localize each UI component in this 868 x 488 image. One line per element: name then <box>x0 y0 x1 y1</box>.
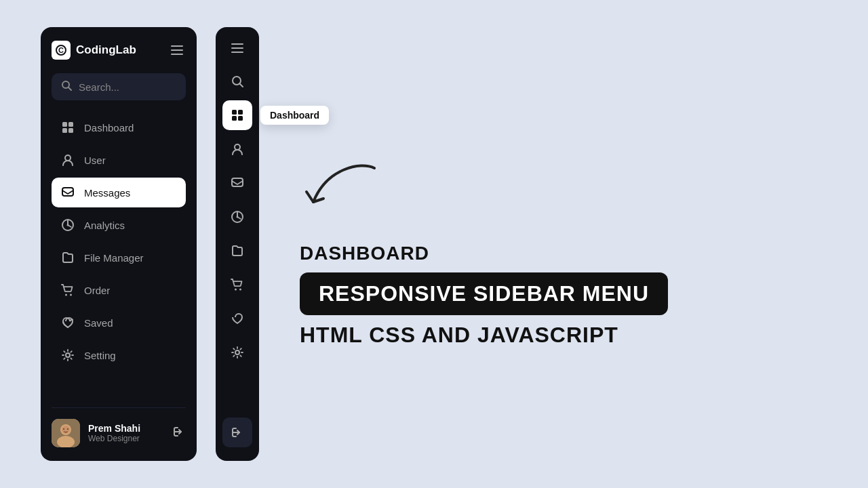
svg-text:C: C <box>58 46 64 54</box>
arrow-decoration <box>300 155 381 222</box>
collapsed-footer <box>222 407 252 447</box>
hamburger-line-3 <box>171 54 183 55</box>
sidebar-item-user[interactable]: User <box>52 145 186 175</box>
sidebar-header: C CodingLab <box>52 41 186 60</box>
svg-rect-4 <box>62 122 67 127</box>
sidebar-item-file-manager[interactable]: File Manager <box>52 243 186 272</box>
collapsed-analytics[interactable] <box>222 202 252 232</box>
user-name: Prem Shahi <box>88 423 164 434</box>
svg-point-33 <box>235 350 239 354</box>
sidebar-item-analytics[interactable]: Analytics <box>52 210 186 240</box>
logout-button[interactable] <box>172 425 186 442</box>
svg-point-11 <box>67 224 69 226</box>
subtitle-text: HTML CSS AND JAVASCRIPT <box>300 323 668 347</box>
collapsed-saved[interactable] <box>222 304 252 333</box>
collapsed-hamburger-line-3 <box>231 52 243 53</box>
messages-label: Messages <box>84 187 130 199</box>
sidebar-item-dashboard[interactable]: Dashboard <box>52 113 186 142</box>
arrow-area <box>300 155 381 222</box>
svg-line-3 <box>68 87 71 90</box>
messages-icon <box>61 186 75 199</box>
collapsed-hamburger-button[interactable] <box>229 41 246 56</box>
dashboard-tooltip: Dashboard <box>260 106 329 125</box>
sidebar-collapsed: Dashboard <box>216 27 259 461</box>
collapsed-setting[interactable] <box>222 338 252 367</box>
saved-label: Saved <box>84 317 113 329</box>
svg-point-27 <box>235 144 240 150</box>
svg-line-22 <box>240 84 243 87</box>
svg-rect-25 <box>232 116 237 121</box>
hamburger-button[interactable] <box>168 43 186 58</box>
svg-rect-6 <box>62 128 67 133</box>
sidebar-expanded: C CodingLab <box>41 27 197 461</box>
analytics-label: Analytics <box>84 220 125 231</box>
search-box <box>52 73 186 100</box>
order-icon <box>61 283 75 297</box>
avatar <box>52 419 80 447</box>
collapsed-hamburger-line-1 <box>231 43 243 45</box>
svg-point-32 <box>239 289 241 291</box>
collapsed-order[interactable] <box>222 270 252 300</box>
saved-icon <box>61 316 75 329</box>
title-banner: RESPONSIVE SIDEBAR MENU <box>300 272 668 315</box>
collapsed-dashboard[interactable]: Dashboard <box>222 100 252 130</box>
svg-rect-5 <box>68 122 73 127</box>
svg-point-12 <box>65 294 67 296</box>
file-manager-icon <box>61 251 75 264</box>
svg-point-31 <box>235 289 237 291</box>
svg-point-20 <box>67 428 68 430</box>
svg-point-13 <box>70 294 72 296</box>
collapsed-messages[interactable] <box>222 168 252 198</box>
search-input[interactable] <box>79 81 176 93</box>
logo-icon: C <box>52 41 71 60</box>
svg-rect-23 <box>232 110 237 115</box>
main-title-area: DASHBOARD RESPONSIVE SIDEBAR MENU HTML C… <box>300 243 668 347</box>
search-icon <box>61 80 72 94</box>
svg-point-8 <box>65 155 71 161</box>
collapsed-user[interactable] <box>222 134 252 164</box>
svg-rect-24 <box>238 110 243 115</box>
setting-icon <box>61 348 75 362</box>
sidebar-item-order[interactable]: Order <box>52 275 186 305</box>
sidebar-item-messages[interactable]: Messages <box>52 178 186 207</box>
dashboard-section-label: DASHBOARD <box>300 243 668 264</box>
svg-point-14 <box>66 353 70 357</box>
file-manager-label: File Manager <box>84 252 144 264</box>
logo-area: C CodingLab <box>52 41 136 60</box>
hamburger-line-1 <box>171 45 183 47</box>
collapsed-logout-button[interactable] <box>222 418 252 447</box>
collapsed-file-manager[interactable] <box>222 236 252 266</box>
collapsed-hamburger-line-2 <box>231 47 243 49</box>
svg-point-19 <box>63 428 64 430</box>
sidebar-item-setting[interactable]: Setting <box>52 340 186 370</box>
collapsed-search[interactable] <box>222 66 252 96</box>
right-content: DASHBOARD RESPONSIVE SIDEBAR MENU HTML C… <box>259 141 868 347</box>
brand-name: CodingLab <box>76 43 136 57</box>
dashboard-icon <box>61 121 75 134</box>
analytics-icon <box>61 218 75 232</box>
user-role: Web Designer <box>88 434 164 443</box>
svg-point-30 <box>237 216 239 218</box>
sidebar-footer: Prem Shahi Web Designer <box>52 407 186 447</box>
setting-label: Setting <box>84 350 116 361</box>
user-icon <box>61 153 75 167</box>
svg-rect-26 <box>238 116 243 121</box>
sidebar-item-saved[interactable]: Saved <box>52 308 186 338</box>
nav-items: Dashboard User Messages <box>52 113 186 407</box>
svg-rect-7 <box>68 128 73 133</box>
svg-point-21 <box>233 77 241 85</box>
order-label: Order <box>84 285 110 296</box>
collapsed-nav: Dashboard <box>222 66 252 407</box>
user-label: User <box>84 155 106 166</box>
user-info: Prem Shahi Web Designer <box>88 423 164 443</box>
dashboard-label: Dashboard <box>84 122 134 134</box>
hamburger-line-2 <box>171 49 183 51</box>
